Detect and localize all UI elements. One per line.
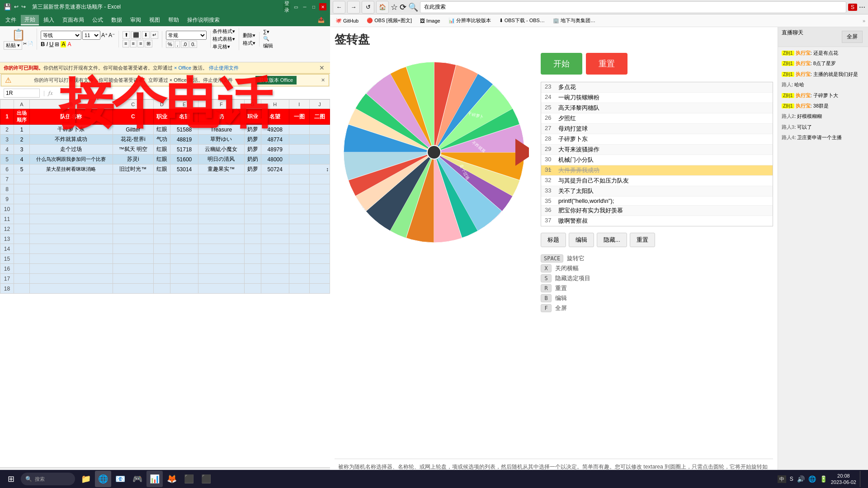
cell-r1-5[interactable]	[289, 164, 309, 174]
empty-cell[interactable]	[170, 204, 198, 214]
empty-cell[interactable]	[198, 274, 244, 284]
empty-cell[interactable]	[153, 214, 170, 224]
cell-r1-2[interactable]	[289, 135, 309, 145]
empty-cell[interactable]	[29, 174, 113, 184]
empty-cell[interactable]	[113, 254, 153, 264]
col-header-h[interactable]: H	[261, 100, 289, 109]
empty-cell[interactable]	[170, 264, 198, 274]
bookmark-image[interactable]: 🖼 Image	[417, 17, 443, 24]
empty-cell[interactable]	[113, 194, 153, 204]
taskbar-excel-icon[interactable]: 📊	[146, 471, 163, 487]
menu-share-icon[interactable]: 📤	[314, 16, 328, 24]
col-header-a[interactable]: A	[14, 100, 30, 109]
empty-cell[interactable]	[153, 194, 170, 204]
col-header-e[interactable]: E	[170, 100, 198, 109]
empty-cell[interactable]	[244, 274, 261, 284]
number-format-select[interactable]: 常规	[166, 31, 207, 40]
empty-cell[interactable]	[113, 224, 153, 234]
cell-job2-4[interactable]: 奶奶	[244, 155, 261, 164]
name-list-item[interactable]: 25高天泽黎丙穗队	[541, 103, 773, 113]
empty-cell[interactable]	[261, 174, 289, 184]
empty-cell[interactable]	[14, 284, 30, 294]
cell-rank-3[interactable]: 3	[14, 145, 30, 155]
names-list[interactable]: 23多点花24一碗刀筷螺蛳粉25高天泽黎丙穗队26夕照红27母鸡打篮球28子碎萝…	[541, 82, 773, 226]
name-list-item[interactable]: 23多点花	[541, 82, 773, 93]
cell-score2-5[interactable]: 50724	[261, 164, 289, 174]
stop-editing-link[interactable]: 停止使用文件	[209, 65, 239, 70]
empty-cell[interactable]	[170, 284, 198, 294]
align-mid-btn[interactable]: ⬛	[131, 31, 141, 39]
col-header-j[interactable]: J	[309, 100, 330, 109]
cell-job2-2[interactable]: 奶萝	[244, 135, 261, 145]
merge-btn[interactable]: ⊞	[145, 40, 152, 47]
cell-player-5[interactable]: 旧过时光™	[113, 164, 153, 174]
empty-cell[interactable]	[198, 184, 244, 194]
italic-btn[interactable]: I	[46, 41, 48, 47]
excel-maximize-btn[interactable]: □	[310, 3, 317, 10]
empty-cell[interactable]	[113, 204, 153, 214]
cell-player2-5[interactable]: 童趣果实™	[198, 164, 244, 174]
empty-cell[interactable]	[29, 194, 113, 204]
empty-cell[interactable]	[113, 264, 153, 274]
more-bookmarks-btn[interactable]: »	[863, 18, 865, 23]
underline-btn[interactable]: U	[49, 41, 53, 47]
menu-search[interactable]: 操作说明搜索	[184, 15, 223, 25]
excel-save-icon[interactable]: 💾	[4, 3, 11, 10]
empty-cell[interactable]	[198, 264, 244, 274]
cell-r2-4[interactable]	[309, 155, 330, 164]
cell-score1-5[interactable]: 53014	[170, 164, 198, 174]
ribbon-paste-area[interactable]: 📋 粘贴 ▾ ✂ 📄	[4, 28, 37, 50]
taskbar-game-icon[interactable]: 🎮	[129, 471, 146, 487]
name-list-item[interactable]: 28子碎萝卜东	[541, 134, 773, 145]
empty-cell[interactable]	[244, 204, 261, 214]
fill-color-btn[interactable]: A	[61, 41, 66, 47]
empty-cell[interactable]	[153, 274, 170, 284]
cell-job2-5[interactable]: 奶萝	[244, 164, 261, 174]
cell-score2-3[interactable]: 48979	[261, 145, 289, 155]
empty-cell[interactable]	[113, 274, 153, 284]
empty-cell[interactable]	[113, 214, 153, 224]
cell-player2-1[interactable]: Treasure	[198, 125, 244, 135]
empty-cell[interactable]	[153, 284, 170, 294]
cell-rank-2[interactable]: 2	[14, 135, 30, 145]
empty-cell[interactable]	[29, 204, 113, 214]
empty-cell[interactable]	[153, 264, 170, 274]
empty-cell[interactable]	[244, 184, 261, 194]
empty-cell[interactable]	[289, 204, 309, 214]
browser-translate-btn[interactable]: S	[848, 4, 857, 11]
empty-cell[interactable]	[153, 244, 170, 254]
empty-cell[interactable]	[309, 234, 330, 244]
empty-cell[interactable]	[29, 214, 113, 224]
empty-cell[interactable]	[289, 254, 309, 264]
cell-score1-2[interactable]: 48819	[170, 135, 198, 145]
align-right-btn[interactable]: ≡	[137, 40, 144, 47]
percent-btn[interactable]: %	[166, 41, 174, 48]
formula-input[interactable]	[57, 90, 326, 96]
office-activate-link[interactable]: × Office	[174, 65, 191, 70]
empty-cell[interactable]	[198, 234, 244, 244]
activate-btn[interactable]: 获取版本 Office	[255, 76, 297, 84]
activation-close-btn[interactable]: ✕	[321, 77, 325, 83]
nav-back-btn[interactable]: ←	[333, 1, 345, 14]
nav-refresh-btn[interactable]: ↺	[362, 1, 374, 14]
comma-btn[interactable]: ,	[175, 41, 180, 48]
cell-team-5[interactable]: 菜大星挂树看咪咪消略	[29, 164, 113, 174]
fullscreen-chat-btn[interactable]: 全屏	[842, 31, 863, 43]
empty-cell[interactable]	[309, 254, 330, 264]
name-list-item[interactable]: 31大件弄弄我成功	[541, 165, 773, 176]
empty-cell[interactable]	[289, 214, 309, 224]
excel-signin-btn[interactable]: 登录	[283, 3, 290, 10]
empty-cell[interactable]	[113, 244, 153, 254]
empty-cell[interactable]	[244, 244, 261, 254]
cell-score2-1[interactable]: 49208	[261, 125, 289, 135]
empty-cell[interactable]	[29, 264, 113, 274]
cell-rank-1[interactable]: 1	[14, 125, 30, 135]
spinner-start-btn[interactable]: 开始	[541, 53, 582, 75]
empty-cell[interactable]	[153, 254, 170, 264]
empty-cell[interactable]	[289, 194, 309, 204]
menu-formulas[interactable]: 公式	[89, 15, 107, 25]
taskbar-network-icon[interactable]: 🌐	[808, 475, 816, 483]
empty-cell[interactable]	[170, 274, 198, 284]
empty-cell[interactable]	[198, 224, 244, 234]
empty-cell[interactable]	[113, 234, 153, 244]
